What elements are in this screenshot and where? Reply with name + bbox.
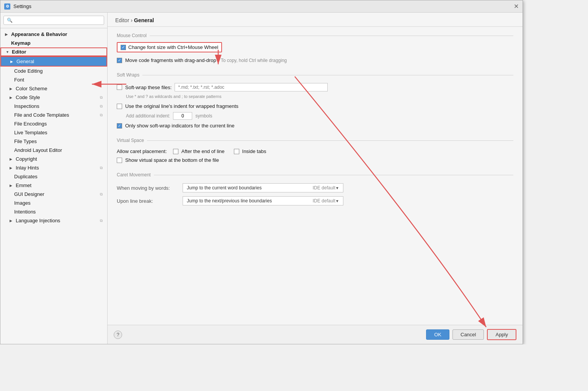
allow-caret-label: Allow caret placement: [117,148,167,154]
only-show-soft-wrap-label[interactable]: Only show soft-wrap indicators for the c… [125,123,234,129]
upon-line-break-dropdown[interactable]: Jump to the next/previous line boundarie… [183,196,343,205]
move-code-checkbox[interactable]: ✓ [117,58,122,63]
arrow-icon: ▼ [6,50,10,54]
sidebar-item-live-templates[interactable]: Live Templates [0,128,107,137]
inside-tabs-label: Inside tabs [242,148,266,154]
upon-line-break-row: Upon line break: Jump to the next/previo… [117,194,513,207]
show-virtual-space-label[interactable]: Show virtual space at the bottom of the … [125,157,219,163]
sidebar-item-code-editing[interactable]: Code Editing [0,67,107,75]
arrow-icon: ▶ [10,157,14,161]
original-indent-checkbox[interactable] [117,104,122,109]
sidebar-item-font[interactable]: Font [0,75,107,84]
caret-movement-title: Caret Movement [117,172,513,178]
change-font-checkbox[interactable]: ✓ [121,45,126,50]
upon-line-break-value: Jump to the next/previous line boundarie… [187,198,310,204]
soft-wrap-files-input[interactable] [175,83,328,91]
settings-panel: Mouse Control ✓ Change font size with Ct… [108,27,523,325]
bottom-bar: ? OK Cancel Apply [108,325,523,344]
after-end-line-checkbox[interactable] [173,149,178,154]
sidebar-item-code-style[interactable]: ▶ Code Style ⧉ [0,93,107,102]
copy-icon: ⧉ [100,218,103,223]
soft-wrap-files-checkbox[interactable] [117,85,122,90]
sidebar-item-android-layout[interactable]: Android Layout Editor [0,146,107,155]
arrow-icon: ▶ [10,166,14,170]
sidebar-item-color-scheme[interactable]: ▶ Color Scheme [0,84,107,93]
virtual-space-section: Virtual Space Allow caret placement: Aft… [117,138,513,165]
sidebar-item-emmet[interactable]: ▶ Emmet [0,181,107,190]
sidebar-item-intentions[interactable]: Intentions [0,207,107,216]
add-indent-suffix: symbols [195,113,212,119]
add-indent-input[interactable] [173,112,192,120]
sidebar-item-inlay-hints[interactable]: ▶ Inlay Hints ⧉ [0,163,107,172]
sidebar-item-keymap[interactable]: Keymap [0,39,107,47]
sidebar-item-file-encodings[interactable]: File Encodings [0,119,107,128]
breadcrumb: Editor › General [108,13,523,27]
sidebar-item-appearance[interactable]: ▶ Appearance & Behavior [0,30,107,39]
show-virtual-space-row: Show virtual space at the bottom of the … [117,156,513,165]
add-indent-label: Add additional indent: [126,113,170,119]
sidebar-item-editor[interactable]: ▼ Editor [0,47,107,56]
sidebar-item-gui-designer[interactable]: GUI Designer ⧉ [0,190,107,199]
show-virtual-space-checkbox[interactable] [117,158,122,163]
only-show-soft-wrap-row: ✓ Only show soft-wrap indicators for the… [117,121,513,130]
upon-line-break-label: Upon line break: [117,198,178,204]
inside-tabs-checkbox[interactable] [234,149,239,154]
after-end-line-label: After the end of line [181,148,225,154]
original-indent-row: Use the original line's indent for wrapp… [117,102,513,111]
soft-wrap-files-label[interactable]: Soft-wrap these files: [125,85,172,90]
soft-wrap-files-row: Soft-wrap these files: [117,81,513,93]
close-button[interactable]: ✕ [514,3,519,10]
move-code-label[interactable]: Move code fragments with drag-and-drop [125,57,216,63]
cancel-button[interactable]: Cancel [452,329,484,340]
app-icon: ⚙ [4,3,10,10]
copy-icon: ⧉ [100,113,103,117]
virtual-space-title: Virtual Space [117,138,513,143]
moving-by-words-row: When moving by words: Jump to the curren… [117,181,513,194]
title-bar: ⚙ Settings ✕ [0,0,523,13]
change-font-label[interactable]: Change font size with Ctrl+Mouse Wheel [128,44,218,50]
upon-line-break-hint: IDE default [313,198,335,204]
sidebar-item-inspections[interactable]: Inspections ⧉ [0,102,107,111]
arrow-icon: ▶ [10,96,14,99]
copy-icon: ⧉ [100,166,103,170]
allow-caret-row: Allow caret placement: After the end of … [117,147,513,156]
sidebar: ▶ Appearance & Behavior Keymap ▼ Editor [0,13,108,344]
ok-button[interactable]: OK [426,329,449,340]
window-title: Settings [13,3,31,9]
moving-by-words-hint: IDE default [313,185,335,191]
caret-movement-section: Caret Movement When moving by words: Jum… [117,172,513,207]
arrow-icon: ▶ [10,219,14,223]
settings-window: ⚙ Settings ✕ ▶ Appearance & Behavior [0,0,523,344]
search-bar [0,13,107,28]
arrow-icon [5,41,10,45]
mouse-control-title: Mouse Control [117,33,513,38]
moving-by-words-dropdown[interactable]: Jump to the current word boundaries IDE … [183,183,343,192]
sidebar-item-file-types[interactable]: File Types [0,137,107,146]
help-button[interactable]: ? [114,331,122,339]
copy-icon: ⧉ [100,95,103,100]
apply-button[interactable]: Apply [487,329,516,340]
sidebar-item-copyright[interactable]: ▶ Copyright [0,155,107,163]
original-indent-label[interactable]: Use the original line's indent for wrapp… [125,103,238,109]
move-code-hint: To copy, hold Ctrl while dragging [221,58,287,63]
sidebar-item-file-code-templates[interactable]: File and Code Templates ⧉ [0,111,107,119]
sidebar-item-images[interactable]: Images [0,199,107,207]
arrow-icon: ▶ [10,184,14,187]
arrow-icon: ▶ [10,87,14,91]
dropdown-arrow-icon: ▼ [335,186,339,190]
add-indent-row: Add additional indent: symbols [117,111,513,121]
copy-icon: ⧉ [100,192,103,197]
main-content: Editor › General Mouse Control ✓ Change … [108,13,523,344]
moving-by-words-label: When moving by words: [117,185,178,191]
search-input[interactable] [3,16,104,25]
title-bar-left: ⚙ Settings [4,3,31,10]
change-font-row: ✓ Change font size with Ctrl+Mouse Wheel [117,42,513,54]
soft-wraps-title: Soft Wraps [117,72,513,78]
soft-wraps-section: Soft Wraps Soft-wrap these files: Use * … [117,72,513,130]
sidebar-item-language-injections[interactable]: ▶ Language Injections ⧉ [0,216,107,225]
sidebar-item-general[interactable]: ▶ General [0,56,107,67]
content-area: ▶ Appearance & Behavior Keymap ▼ Editor [0,13,523,344]
only-show-soft-wrap-checkbox[interactable]: ✓ [117,123,122,129]
sidebar-item-duplicates[interactable]: Duplicates [0,172,107,181]
move-code-row: ✓ Move code fragments with drag-and-drop… [117,56,513,65]
